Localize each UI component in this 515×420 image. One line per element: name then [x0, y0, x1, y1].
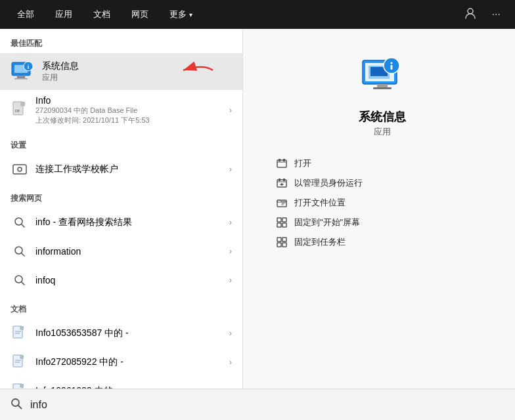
search-icon-3: [11, 271, 29, 289]
svg-line-18: [22, 282, 25, 285]
doc-item-3[interactable]: Info19961032 中的 - ›: [0, 377, 242, 388]
searchbar: [0, 388, 515, 420]
connect-work-item[interactable]: 连接工作或学校帐户 ›: [0, 155, 242, 184]
svg-line-16: [22, 253, 25, 257]
connect-work-arrow: ›: [229, 165, 232, 174]
person-icon[interactable]: [458, 3, 483, 26]
best-match-item[interactable]: i 系统信息 应用: [0, 53, 242, 90]
settings-icon: [11, 160, 29, 178]
svg-rect-3: [17, 76, 25, 78]
search-icon-2: [11, 242, 29, 261]
doc-1-text: Info1053653587 中的 -: [35, 327, 229, 339]
svg-rect-45: [283, 178, 285, 181]
search-info-arrow: ›: [229, 218, 232, 227]
doc-2-title: Info272085922 中的 -: [35, 356, 229, 368]
action-open[interactable]: 打开: [276, 154, 489, 173]
svg-rect-53: [277, 243, 281, 247]
svg-rect-11: [13, 165, 26, 174]
tab-app[interactable]: 应用: [46, 5, 81, 24]
search-information-title: information: [35, 246, 229, 257]
best-match-subtitle: 应用: [42, 72, 79, 83]
main-area: 最佳匹配 i 系统信息 应用: [0, 29, 515, 388]
info-file-detail1: 272090034 中的 Data Base File: [35, 106, 229, 116]
svg-line-56: [18, 405, 22, 408]
action-admin[interactable]: 以管理员身份运行: [276, 173, 489, 193]
pin-taskbar-label: 固定到任务栏: [294, 236, 346, 248]
search-infoq-text: infoq: [35, 275, 229, 285]
action-pin-start[interactable]: 固定到"开始"屏幕: [276, 213, 489, 232]
best-match-label: 最佳匹配: [0, 29, 242, 53]
right-app-icon: [359, 55, 406, 102]
doc-2-arrow: ›: [229, 358, 232, 367]
doc-icon-1: [11, 324, 29, 343]
system-info-icon: i: [11, 60, 34, 83]
pin-start-icon: [276, 217, 288, 228]
svg-rect-51: [277, 238, 281, 242]
info-file-detail2: 上次修改时间: 2021/10/11 下午5:53: [35, 116, 229, 125]
tab-all[interactable]: 全部: [8, 5, 43, 24]
left-panel: 最佳匹配 i 系统信息 应用: [0, 29, 243, 388]
svg-point-12: [18, 167, 22, 171]
search-info-text: info - 查看网络搜索结果: [35, 217, 229, 228]
search-infoq-title: infoq: [35, 275, 229, 285]
pin-taskbar-icon: [276, 236, 288, 248]
info-file-text: Info 272090034 中的 Data Base File 上次修改时间:…: [35, 95, 229, 125]
svg-rect-49: [277, 223, 281, 227]
right-app-type: 应用: [374, 126, 391, 138]
svg-text:i: i: [28, 64, 30, 70]
svg-rect-54: [282, 243, 286, 247]
svg-rect-37: [391, 65, 393, 70]
tab-more[interactable]: 更多: [160, 5, 202, 24]
search-info-title: info - 查看网络搜索结果: [35, 217, 229, 228]
doc-item-2[interactable]: Info272085922 中的 - ›: [0, 348, 242, 377]
web-search-label: 搜索网页: [0, 184, 242, 208]
more-options-icon[interactable]: ···: [485, 5, 507, 24]
svg-rect-38: [377, 84, 388, 87]
svg-rect-9: [21, 102, 25, 106]
right-panel: 系统信息 应用 打开: [243, 29, 515, 388]
open-location-label: 打开文件位置: [294, 197, 346, 209]
svg-rect-42: [283, 159, 285, 161]
documents-label: 文档: [0, 295, 242, 319]
right-app-name: 系统信息: [359, 109, 406, 125]
info-file-item[interactable]: DB Info 272090034 中的 Data Base File 上次修改…: [0, 90, 242, 131]
search-icon-bottom: [11, 398, 22, 412]
svg-point-0: [468, 9, 473, 14]
connect-work-title: 连接工作或学校帐户: [35, 163, 229, 175]
doc-item-1[interactable]: Info1053653587 中的 - ›: [0, 319, 242, 348]
svg-rect-48: [282, 218, 286, 222]
svg-rect-39: [373, 87, 392, 89]
doc-1-arrow: ›: [229, 329, 232, 338]
best-match-text: 系统信息 应用: [42, 60, 79, 83]
search-information-arrow: ›: [229, 247, 232, 256]
open-label: 打开: [294, 158, 311, 169]
settings-label: 设置: [0, 131, 242, 155]
svg-rect-24: [20, 355, 24, 358]
tab-doc[interactable]: 文档: [84, 5, 120, 24]
search-info-item[interactable]: info - 查看网络搜索结果 ›: [0, 208, 242, 237]
svg-rect-28: [20, 384, 24, 387]
search-infoq-item[interactable]: infoq ›: [0, 266, 242, 295]
search-information-item[interactable]: information ›: [0, 237, 242, 266]
svg-rect-20: [20, 326, 24, 329]
search-infoq-arrow: ›: [229, 276, 232, 285]
best-match-title: 系统信息: [42, 60, 79, 72]
svg-text:DB: DB: [15, 109, 20, 113]
action-open-location[interactable]: 打开文件位置: [276, 193, 489, 213]
action-pin-taskbar[interactable]: 固定到任务栏: [276, 232, 489, 252]
search-icon-1: [11, 213, 29, 232]
doc-icon-2: [11, 353, 29, 371]
tab-web[interactable]: 网页: [122, 5, 158, 24]
svg-rect-44: [279, 178, 280, 181]
admin-icon: [276, 177, 288, 189]
svg-rect-4: [14, 78, 28, 79]
svg-rect-41: [279, 159, 280, 161]
svg-line-14: [22, 224, 25, 228]
red-arrow-annotation: [177, 60, 216, 83]
search-input[interactable]: [30, 399, 504, 411]
svg-rect-52: [282, 238, 286, 242]
doc-2-text: Info272085922 中的 -: [35, 356, 229, 368]
svg-rect-50: [282, 223, 286, 227]
doc-icon-3: [11, 382, 29, 388]
file-icon: DB: [11, 101, 29, 119]
